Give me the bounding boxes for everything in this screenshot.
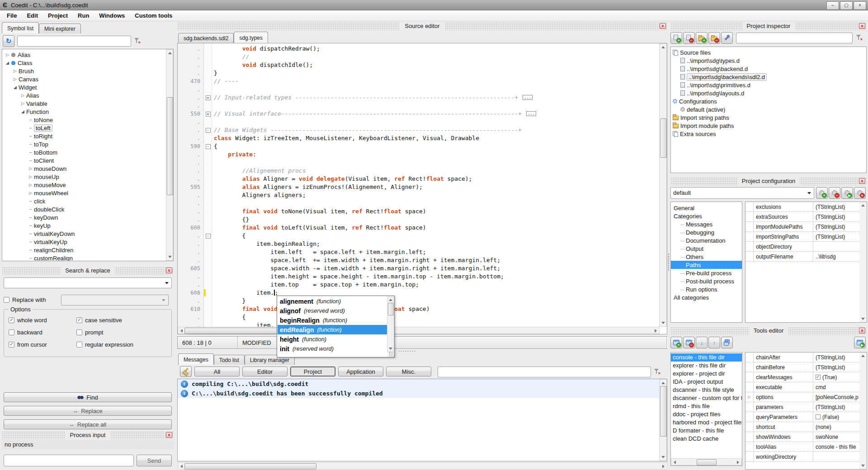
search-option[interactable]: prompt	[76, 329, 171, 336]
property-row[interactable]: parameters (TStringList)	[745, 402, 859, 412]
tree-expander-icon[interactable]: –	[27, 150, 34, 155]
code-line[interactable]: . //Alignement procs	[178, 167, 660, 175]
editor-hscrollbar[interactable]	[178, 327, 660, 334]
expand-cell[interactable]	[745, 352, 754, 362]
symbol-tree-item[interactable]: ◢ Widget	[2, 83, 166, 91]
symbol-panel-tab[interactable]: Symbol list	[2, 22, 39, 33]
editor-tab[interactable]: sdg.types	[234, 32, 268, 43]
code-line[interactable]: .	[178, 85, 660, 94]
property-row[interactable]: shortcut (none)	[745, 422, 859, 432]
tree-expander-icon[interactable]: ▷	[19, 93, 26, 98]
fold-icon[interactable]: -	[206, 234, 211, 239]
checkbox[interactable]	[9, 342, 14, 348]
inspector-tree-item[interactable]: Configurations	[671, 97, 866, 105]
tree-expander-icon[interactable]: ◢	[19, 109, 26, 114]
symbol-tree-item[interactable]: – keyDown	[2, 213, 166, 221]
tool-item[interactable]: console - this file dir	[671, 353, 742, 362]
property-row[interactable]: showWindows swoNone	[745, 432, 859, 442]
symbol-tree-item[interactable]: – customRealign	[2, 254, 166, 261]
search-term-combo[interactable]	[4, 277, 172, 288]
code-line[interactable]: 590 - {	[178, 142, 660, 150]
code-line[interactable]: . void dispatchRedraw();	[178, 45, 660, 53]
tree-expander-icon[interactable]: ▷	[19, 101, 26, 106]
expand-cell[interactable]	[745, 412, 754, 422]
tree-expander-icon[interactable]: ◢	[12, 85, 19, 89]
symbol-tree-item[interactable]: – virtualKeyDown	[2, 230, 166, 238]
title-bar[interactable]: Є Coedit - C:\...\build\sdg.coedit – ▢ ×	[0, 0, 868, 10]
property-row[interactable]: clearMessages (True)	[745, 372, 859, 382]
tool-item[interactable]: clean DCD cache	[671, 435, 742, 443]
code-line[interactable]: . final void toNone(Visual item, ref Rec…	[178, 207, 660, 216]
messages-filter-clear-button[interactable]: ×	[654, 368, 660, 376]
tool-item[interactable]: dscanner - custom opt for thi	[671, 394, 742, 402]
checkbox[interactable]	[9, 317, 14, 323]
category-item[interactable]: All categories	[671, 293, 742, 301]
symbol-tree-item[interactable]: – toRight	[2, 132, 166, 140]
log-line[interactable]: compiling C:\...\build\sdg.coedit	[178, 379, 660, 389]
messages-tab[interactable]: Todo list	[214, 355, 245, 365]
tree-expander-icon[interactable]: ◢	[4, 61, 11, 65]
completion-item[interactable]: alignement (function)	[278, 296, 387, 306]
project-options-button[interactable]	[721, 32, 733, 44]
add-folder-button[interactable]: +	[696, 32, 708, 44]
symbol-tree-item[interactable]: – virtualKeyUp	[2, 238, 166, 246]
code-line[interactable]: . alias Aligner = void delegate(Visual i…	[178, 175, 660, 183]
messages-tab[interactable]: Messages	[178, 353, 214, 365]
fold-icon[interactable]: -	[206, 128, 211, 133]
maximize-button[interactable]: ▢	[840, 1, 853, 10]
property-row[interactable]: toolAlias console - this file	[745, 442, 859, 452]
tool-item[interactable]: explorer - this file dir	[671, 362, 742, 370]
completion-item[interactable]: alignof (reserved word)	[278, 306, 387, 315]
symbol-tree-item[interactable]: – toBottom	[2, 148, 166, 156]
code-editor[interactable]: . void dispatchRedraw(); . //	[177, 43, 667, 334]
message-filter-button[interactable]: Editor	[242, 367, 288, 376]
process-input[interactable]	[4, 455, 134, 466]
property-row[interactable]: exclusions (TStringList)	[745, 202, 859, 212]
tool-item[interactable]: dscanner - this file style	[671, 386, 742, 394]
expand-cell[interactable]	[745, 452, 754, 461]
expand-cell[interactable]	[745, 372, 754, 382]
symbol-tree-item[interactable]: – keyUp	[2, 221, 166, 230]
code-line[interactable]: . private:	[178, 150, 660, 159]
code-line[interactable]: 610 final void toRight(Visual item, ref …	[178, 305, 660, 313]
symbol-tree-item[interactable]: – toLeft	[2, 124, 166, 132]
add-source-button[interactable]: +	[670, 32, 682, 44]
value-checkbox[interactable]	[816, 414, 821, 419]
tool-item[interactable]: D formater - this file	[671, 427, 742, 435]
code-line[interactable]: . void dispatchIdle();	[178, 61, 660, 69]
menu-item[interactable]: Edit	[22, 11, 43, 20]
tree-expander-icon[interactable]: –	[27, 248, 34, 252]
inspector-tree-item[interactable]: ..\import\sdg\layouts.d	[671, 89, 866, 97]
inspector-tree-item[interactable]: Import string paths	[671, 113, 866, 122]
symbol-tree-item[interactable]: – toNone	[2, 116, 166, 124]
add-tool-button[interactable]: +	[670, 337, 682, 348]
symbol-tree-item[interactable]: ▷ mouseDown	[2, 164, 166, 173]
tree-expander-icon[interactable]: –	[27, 199, 34, 203]
category-item[interactable]: Run options	[671, 285, 742, 293]
tree-expander-icon[interactable]: –	[27, 118, 34, 122]
replace-button[interactable]: ↔ Replace	[4, 406, 172, 416]
property-row[interactable]: chainAfter (TStringList)	[745, 352, 859, 362]
message-filter-button[interactable]: Misc.	[386, 367, 431, 376]
search-option[interactable]: whole word	[9, 317, 76, 324]
code-line[interactable]: . item.height = space.height - item.marg…	[178, 273, 660, 281]
category-item[interactable]: Paths	[671, 261, 742, 269]
inspector-filter-clear-button[interactable]: ×	[856, 34, 862, 42]
category-item[interactable]: Categories	[671, 212, 742, 220]
inspector-tree-item[interactable]: ..\import\sdg\backends\sdl2.d	[671, 73, 866, 81]
symbol-tree-scrollbar[interactable]	[166, 49, 173, 261]
expand-cell[interactable]	[745, 442, 754, 451]
tree-expander-icon[interactable]: ▷	[27, 174, 34, 179]
tree-expander-icon[interactable]: –	[27, 158, 34, 163]
code-line[interactable]: 595 alias Aligners = izEnumProcs!(Aligne…	[178, 183, 660, 191]
expand-cell[interactable]	[745, 432, 754, 442]
menu-item[interactable]: Run	[73, 11, 94, 20]
remove-folder-button[interactable]: −	[708, 32, 720, 44]
code-line[interactable]: . - // Base Widgets --------------------…	[178, 126, 660, 134]
expand-cell[interactable]: ▷	[745, 392, 754, 402]
search-option[interactable]: from cursor	[9, 341, 76, 348]
checkbox[interactable]	[9, 329, 14, 335]
menu-item[interactable]: Windows	[94, 11, 130, 20]
completion-popup[interactable]: alignement (function) alignof (reserved …	[277, 296, 395, 357]
grid-vscrollbar[interactable]	[859, 202, 867, 322]
